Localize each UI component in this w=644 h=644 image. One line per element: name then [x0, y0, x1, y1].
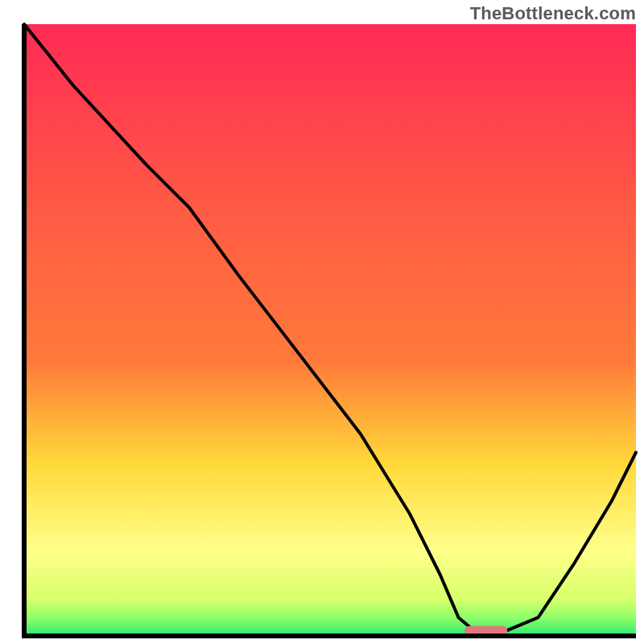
plot-background — [24, 24, 636, 636]
watermark-text: TheBottleneck.com — [470, 3, 636, 24]
chart-container: TheBottleneck.com — [0, 0, 644, 644]
chart-svg — [0, 0, 644, 644]
